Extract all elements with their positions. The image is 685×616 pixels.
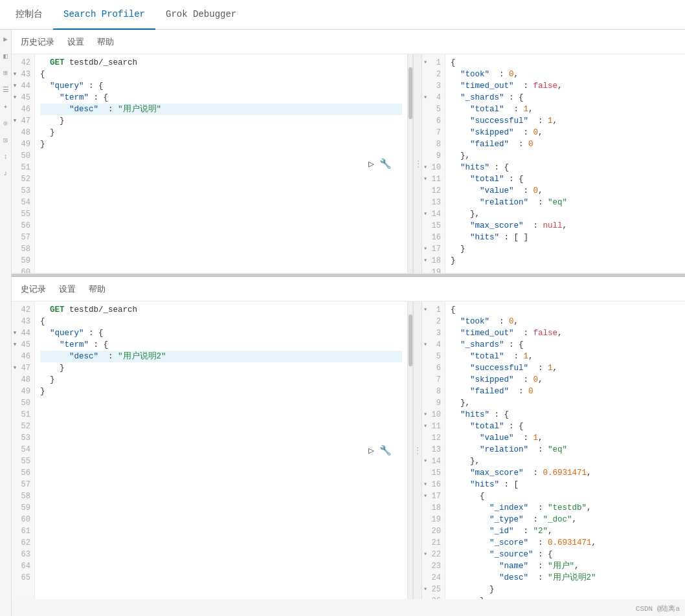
output-content-1: { "took" : 0, "timed_out" : false, "_sha… (445, 54, 685, 273)
editor-area-2: 424344▾45▾4647▾4849505152535455565758596… (12, 302, 685, 599)
watermark: CSDN @陆离a (636, 604, 680, 613)
help-btn-1[interactable]: 帮助 (96, 34, 115, 50)
tab-grok-debugger[interactable]: Grok Debugger (155, 0, 247, 30)
panel-divider-2[interactable]: ⋮ (413, 302, 422, 599)
line-numbers-2: 424344▾45▾4647▾4849505152535455565758596… (12, 302, 35, 599)
divider-icon-1: ⋮ (414, 159, 422, 170)
run-button[interactable]: ▷ (368, 158, 374, 170)
line-numbers-1: 4243▾44▾45▾4647▾484950515253545556575859… (12, 54, 35, 273)
scrollbar-1[interactable] (407, 54, 412, 273)
editor-pane-1[interactable]: 4243▾44▾45▾4647▾484950515253545556575859… (12, 54, 413, 273)
sidebar-icon-7[interactable]: ⊡ (1, 136, 10, 145)
sidebar-icon-2[interactable]: ◧ (1, 52, 10, 61)
scrollbar-thumb-2[interactable] (409, 314, 412, 366)
sidebar-icon-9[interactable]: ♪ (1, 170, 10, 179)
sidebar-icon-6[interactable]: ⊙ (1, 119, 10, 128)
sidebar-icon-1[interactable]: ▶ (1, 35, 10, 44)
history-btn-1[interactable]: 历史记录 (19, 34, 56, 50)
output-line-numbers-2: 1▾234▾5678910▾11▾121314▾1516▾17▾18192021… (422, 302, 445, 599)
panel-2: 史记录 设置 帮助 424344▾45▾4647▾484950515253545… (12, 277, 685, 599)
scrollbar-2[interactable] (407, 302, 412, 599)
history-btn-2[interactable]: 史记录 (19, 281, 47, 298)
code-content-1[interactable]: GET testdb/_search{ "query" : { "term" :… (35, 54, 407, 273)
editor-area-1: 4243▾44▾45▾4647▾484950515253545556575859… (12, 54, 685, 274)
toolbar-1: 历史记录 设置 帮助 (12, 30, 685, 54)
sidebar-icon-3[interactable]: ⊞ (1, 69, 10, 78)
sidebar-icon-8[interactable]: ↕ (1, 153, 10, 162)
main-content: 历史记录 设置 帮助 4243▾44▾45▾4647▾4849505152535… (12, 30, 685, 599)
help-btn-2[interactable]: 帮助 (87, 281, 107, 298)
code-content-2[interactable]: GET testdb/_search{ "query" : { "term" :… (35, 302, 407, 599)
output-line-numbers-1: 1▾234▾5678910▾11▾121314▾151617▾18▾19 (422, 54, 445, 273)
sidebar-icon-5[interactable]: ✦ (1, 102, 10, 111)
wrench-button[interactable]: 🔧 (379, 158, 392, 170)
sidebar-icon-4[interactable]: ☰ (1, 85, 10, 94)
top-tab-bar: 控制台 Search Profiler Grok Debugger (0, 0, 685, 30)
editor-pane-2[interactable]: 424344▾45▾4647▾4849505152535455565758596… (12, 302, 413, 599)
settings-btn-2[interactable]: 设置 (58, 281, 77, 298)
toolbar-2: 史记录 设置 帮助 (12, 277, 685, 302)
divider-icon-2: ⋮ (413, 445, 422, 456)
settings-btn-1[interactable]: 设置 (66, 34, 85, 50)
tab-console[interactable]: 控制台 (5, 0, 53, 30)
wrench-button[interactable]: 🔧 (379, 445, 392, 457)
panel-1: 历史记录 设置 帮助 4243▾44▾45▾4647▾4849505152535… (12, 30, 685, 274)
output-pane-1: 1▾234▾5678910▾11▾121314▾151617▾18▾19 { "… (422, 54, 685, 273)
tab-search-profiler[interactable]: Search Profiler (53, 0, 155, 30)
scrollbar-thumb-1[interactable] (409, 67, 412, 119)
output-content-2: { "took" : 0, "timed_out" : false, "_sha… (445, 302, 685, 599)
left-sidebar: ▶ ◧ ⊞ ☰ ✦ ⊙ ⊡ ↕ ♪ (0, 30, 12, 616)
panel-divider-1[interactable]: ⋮ (413, 54, 422, 273)
output-pane-2: 1▾234▾5678910▾11▾121314▾1516▾17▾18192021… (422, 302, 685, 599)
run-button[interactable]: ▷ (368, 445, 374, 457)
